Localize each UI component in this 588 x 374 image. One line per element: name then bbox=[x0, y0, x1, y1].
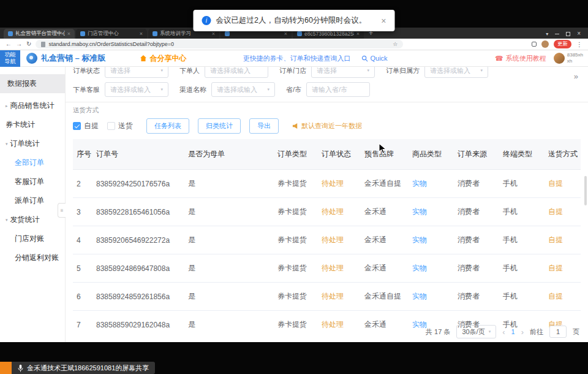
tutorial-label: 系统使用教程 bbox=[506, 54, 546, 63]
export-button[interactable]: 导出 bbox=[249, 118, 279, 134]
next-page-button[interactable]: › bbox=[521, 327, 524, 337]
column-header: 订单来源 bbox=[454, 139, 499, 170]
refresh-icon[interactable]: ↻ bbox=[26, 41, 31, 47]
info-icon: i bbox=[202, 16, 211, 25]
cell-product-type[interactable]: 实物 bbox=[409, 226, 454, 254]
filter-label: 省/市 bbox=[286, 85, 301, 94]
table-row: 483859206546922272a是券卡提货待处理金禾通实物消费者手机自提 bbox=[73, 226, 581, 254]
sidebar-item-all-orders[interactable]: 全部订单 bbox=[0, 153, 65, 172]
sidebar-item-service-orders[interactable]: 客服订单 bbox=[0, 172, 65, 191]
toast-text: 会议已超过2人，自动转为60分钟限时会议。 bbox=[216, 15, 366, 26]
filter-input[interactable]: 请选择或输入 bbox=[205, 67, 268, 78]
column-header: 终端类型 bbox=[499, 139, 545, 170]
site-info-icon[interactable] bbox=[41, 42, 45, 47]
cell-delivery-method: 自提 bbox=[545, 283, 581, 311]
sidebar-item-product-sales[interactable]: ▸商品销售统计 bbox=[0, 96, 65, 115]
screen-share-text: 金禾通技术王斌18662591081的屏幕共享 bbox=[27, 364, 149, 373]
filter-select[interactable]: 请选择▾ bbox=[311, 67, 375, 78]
promo-text: 更快捷的券卡、订单和快递查询入口 bbox=[243, 54, 350, 63]
page-size-select[interactable]: 30条/页 ▾ bbox=[456, 325, 496, 338]
cell-order-status: 待处理 bbox=[318, 254, 361, 283]
chevron-right-icon: ▸ bbox=[6, 104, 8, 109]
quick-search-link[interactable]: Quick bbox=[361, 55, 387, 62]
url-field[interactable]: standard.maboy.cn/OrderStatisticsDetail?… bbox=[36, 40, 403, 48]
cell-presale-brand: 金禾通自提 bbox=[361, 170, 409, 198]
sidebar-item-dispatch-orders[interactable]: 派单订单 bbox=[0, 191, 65, 210]
tab-close-icon[interactable]: × bbox=[356, 31, 360, 37]
back-icon[interactable]: ← bbox=[6, 41, 12, 47]
maximize-button[interactable] bbox=[566, 32, 570, 36]
filter-input[interactable]: 请输入省/市 bbox=[306, 82, 370, 97]
sidebar-item-shipping-stats[interactable]: ▾发货统计 bbox=[0, 210, 65, 229]
sidebar-item-order-stats[interactable]: ▾订单统计 bbox=[0, 134, 65, 153]
table-row: 283859294250176576a是券卡提货待处理金禾通自提实物消费者手机自… bbox=[73, 170, 581, 198]
tab-close-icon[interactable]: × bbox=[67, 31, 70, 37]
cell-is-parent: 是 bbox=[184, 170, 274, 198]
tab-close-icon[interactable]: × bbox=[212, 31, 215, 37]
scrollbar-thumb[interactable] bbox=[584, 176, 587, 205]
cell-product-type[interactable]: 实物 bbox=[409, 283, 454, 311]
tabs-menu-icon[interactable]: ▾ bbox=[546, 31, 548, 37]
filter-group: 渠道名称请选择或输入▾ bbox=[179, 82, 275, 97]
cell-index: 4 bbox=[73, 226, 92, 254]
page-unit: 页 bbox=[573, 327, 579, 337]
toast-close-icon[interactable]: × bbox=[381, 16, 386, 26]
checkbox-label: 送货 bbox=[118, 121, 133, 131]
bookmark-star-icon[interactable]: ☆ bbox=[393, 41, 398, 47]
sidebar-item-store-reconcile[interactable]: 门店对账 bbox=[0, 229, 65, 248]
goto-page-input[interactable] bbox=[549, 326, 567, 338]
tab-close-icon[interactable]: × bbox=[284, 31, 287, 37]
checkbox-icon[interactable] bbox=[107, 122, 115, 130]
checkbox-icon[interactable] bbox=[73, 122, 81, 130]
extensions-icon[interactable] bbox=[532, 42, 537, 47]
checkbox-pickup[interactable]: 自提 bbox=[73, 121, 99, 131]
nav-toggle-button[interactable]: 功能 导航 bbox=[0, 50, 20, 67]
forward-icon[interactable]: → bbox=[16, 41, 22, 47]
chevron-down-icon: ▾ bbox=[160, 87, 163, 92]
window-controls: ▾ × bbox=[546, 31, 584, 39]
sidebar-collapse-handle[interactable]: ≡ bbox=[58, 203, 66, 218]
cell-product-type[interactable]: 实物 bbox=[409, 170, 454, 198]
browser-menu-icon[interactable]: ⋮ bbox=[576, 41, 582, 48]
filter-select[interactable]: 请选择或输入▾ bbox=[211, 82, 275, 97]
controls-row: 自提送货 任务列表归类统计导出 默认查询近一年数据 bbox=[73, 118, 581, 134]
filter-select[interactable]: 请选择▾ bbox=[105, 67, 168, 78]
category-stats-button[interactable]: 归类统计 bbox=[198, 118, 241, 134]
checkbox-delivery[interactable]: 送货 bbox=[107, 121, 133, 131]
share-center-link[interactable]: 合分享中心 bbox=[140, 53, 186, 64]
cell-product-type[interactable]: 实物 bbox=[409, 254, 454, 283]
table-row: 583858924869647808a是券卡提货待处理金禾通实物消费者手机自提 bbox=[73, 254, 581, 283]
cell-order-source: 消费者 bbox=[454, 198, 499, 226]
tab-close-icon[interactable]: × bbox=[140, 31, 143, 37]
browser-tab[interactable]: 门店管理中心× bbox=[76, 29, 147, 39]
browser-tab[interactable]: 礼盒营销平台管理中心× bbox=[4, 29, 75, 39]
cell-is-parent: 是 bbox=[184, 311, 274, 330]
tutorial-link[interactable]: ☎ 系统使用教程 bbox=[495, 54, 546, 63]
sidebar-item-card-stats[interactable]: 券卡统计 bbox=[0, 115, 65, 134]
cell-product-type[interactable]: 实物 bbox=[409, 198, 454, 226]
sidebar-section-title[interactable]: 数据报表 bbox=[0, 74, 65, 93]
browser-update-button[interactable]: 更新 bbox=[554, 40, 571, 48]
minimize-button[interactable] bbox=[555, 34, 559, 34]
task-list-button[interactable]: 任务列表 bbox=[146, 118, 189, 134]
close-button[interactable]: × bbox=[577, 31, 581, 37]
cell-order-no: 83859228165461056a bbox=[92, 198, 184, 226]
screen: 礼盒营销平台管理中心×门店管理中心×系统培训学习××e8c573980b1328… bbox=[0, 0, 588, 374]
filters-collapse-chevron[interactable]: » bbox=[574, 72, 578, 81]
filter-select[interactable]: 请选择或输入▾ bbox=[105, 82, 168, 97]
search-icon bbox=[361, 55, 368, 62]
filter-select[interactable]: 请选择或输入▾ bbox=[424, 67, 488, 78]
prev-page-button[interactable]: ‹ bbox=[502, 327, 505, 337]
browser-profile-avatar[interactable] bbox=[541, 40, 549, 48]
current-page[interactable]: 1 bbox=[511, 328, 515, 335]
cell-index: 6 bbox=[73, 283, 92, 311]
chevron-down-icon: ▾ bbox=[367, 68, 369, 73]
tab-title: e8c573980b1328a258fd2e6... bbox=[304, 31, 354, 37]
filter-group: 订单归属方请选择或输入▾ bbox=[386, 67, 488, 78]
column-header: 订单状态 bbox=[318, 139, 361, 170]
sidebar-item-label: 券卡统计 bbox=[6, 120, 35, 130]
user-avatar[interactable] bbox=[554, 53, 565, 64]
sidebar-item-distribution-reconcile[interactable]: 分销返利对账 bbox=[0, 248, 65, 267]
cell-order-source: 消费者 bbox=[454, 226, 499, 254]
quick-label: Quick bbox=[370, 55, 387, 62]
